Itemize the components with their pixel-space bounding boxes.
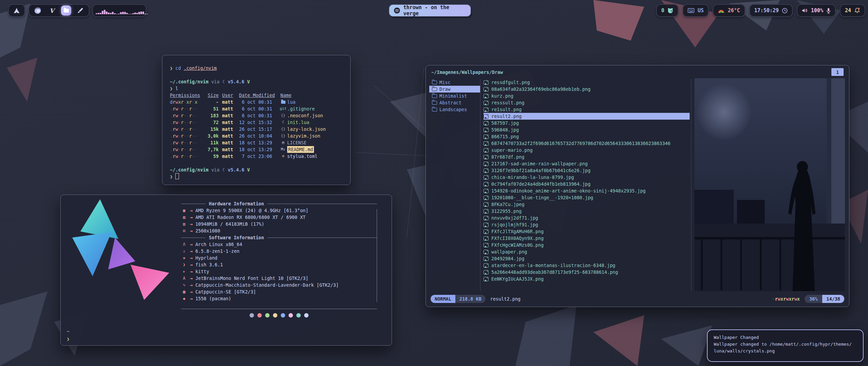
lua-version: v5.4.6	[228, 167, 244, 172]
now-playing-widget[interactable]: thrown - on the verge	[389, 4, 471, 17]
fetch-row: ✎ → Catppuccin-Macchiato-Standard-Lavend…	[181, 282, 377, 288]
file-list-item[interactable]: kurz.png	[484, 93, 690, 99]
cwd-tilde: ~	[67, 328, 70, 335]
file-list-item[interactable]: 08a634fa02a32364f69ebc86a98eb1eb.png	[484, 86, 690, 93]
file-list-item[interactable]: ressdfgult.png	[484, 79, 690, 86]
fetch-row-icon: ⊡	[181, 227, 187, 234]
arrow-icon: →	[190, 221, 193, 227]
file-list-item[interactable]: re1sult.png	[484, 106, 690, 113]
file-list-item[interactable]: FXfcII0X0AQyn9X.png	[484, 235, 690, 242]
command: l	[175, 86, 178, 91]
file-list-item[interactable]: 19201080-__blue-tinge__-1920×1080.jpg	[484, 194, 690, 201]
file-list-item[interactable]: 68747470733a2f2f696d616765732d7769786d70…	[484, 140, 690, 147]
terminal-input-line[interactable]: ❯	[170, 173, 346, 180]
ls-row: drwxr-xr-x - matt 6 oct 00:31 lua	[170, 99, 346, 105]
file-list-item[interactable]: rsjqojlmjhf91.jpg	[484, 221, 690, 228]
visualizer-bar	[130, 14, 132, 14]
audio-widget[interactable]: 100%	[797, 4, 836, 17]
sidebar-folder-item[interactable]: Draw	[429, 86, 480, 93]
file-manager-window[interactable]: ~/Imagenes/Wallpapers/Draw 1 Misc Draw M…	[426, 65, 849, 307]
image-file-icon	[484, 257, 489, 261]
file-list-item[interactable]: atardecer-en-la-montanas-ilustracion-634…	[484, 262, 690, 269]
file-list-item[interactable]: FXfcHgcWIAMzs0G.png	[484, 242, 690, 248]
file-permissions: .rw-r--r--	[170, 126, 201, 133]
visualizer-bar	[124, 12, 126, 14]
firefox-icon	[34, 7, 41, 14]
file-date: 18 oct 13:29	[239, 146, 277, 153]
file-list-item[interactable]: 596848.jpg	[484, 126, 690, 133]
sidebar-folder-item[interactable]: Abstract	[429, 99, 480, 106]
brush-icon	[77, 7, 84, 14]
image-file-icon	[484, 202, 489, 207]
firefox-button[interactable]	[33, 5, 43, 16]
desktop: V thrown - on the verge 0	[0, 0, 868, 366]
tray-widget[interactable]: 0	[656, 4, 678, 17]
file-date: 12 oct 15:32	[239, 119, 277, 126]
paint-button[interactable]	[75, 5, 85, 16]
scroll-percent: 36%	[805, 295, 822, 303]
files-button[interactable]	[61, 5, 71, 16]
fetch-row-icon: ◆	[181, 295, 187, 302]
image-file-icon	[484, 114, 489, 119]
file-list-item[interactable]: EeNKYgIUcAAJ5JX.png	[484, 276, 690, 282]
file-list-item[interactable]: 866715.png	[484, 133, 690, 140]
clock-widget[interactable]: 17:50:29	[749, 4, 793, 17]
file-list-item[interactable]: 587597.jpg	[484, 120, 690, 126]
keyboard-icon	[688, 8, 694, 13]
file-list-item[interactable]: 5a266e448add93deab367d87173e9f25-6837886…	[484, 269, 690, 276]
palette-dot	[304, 313, 309, 318]
fetch-row-icon: ♙	[181, 248, 187, 255]
file-list-item[interactable]: wallpaper.png	[484, 248, 690, 255]
file-name: 08a634fa02a32364f69ebc86a98eb1eb.png	[491, 86, 591, 93]
weather-widget[interactable]: 26°C	[713, 4, 745, 17]
col-user: User	[222, 92, 236, 99]
tray-app-icon	[667, 8, 673, 13]
folder-name: Landscapes	[439, 106, 467, 113]
file-list-item[interactable]: resssult.png	[484, 99, 690, 106]
file-list-item[interactable]: result2.png	[484, 113, 690, 120]
file-list-item[interactable]: 217167-sad-anime-rain-wallpaper.png	[484, 160, 690, 167]
file-list-item[interactable]: super-mario.png	[484, 147, 690, 154]
folder-icon	[432, 87, 437, 91]
fetch-row-icon: ❖	[181, 255, 187, 261]
file-list-item[interactable]: 3126f7e9bbf21a8a4af0b67b041c6e26.jpg	[484, 167, 690, 174]
column-divider	[691, 79, 691, 291]
sidebar-folder-item[interactable]: Minimalist	[429, 93, 480, 99]
notifications-widget[interactable]: 24	[840, 4, 865, 17]
tab-indicator[interactable]: 1	[831, 68, 844, 76]
file-list-item[interactable]: nnvuv0xj2df71.jpg	[484, 215, 690, 221]
sidebar-folder-item[interactable]: Misc	[429, 79, 480, 86]
fetch-window[interactable]: Hardware Information ▣ → AMD Ryzen 9 590…	[60, 195, 392, 346]
prompt-status-line: ~/.config/nvim via ☾ v5.4.6 V	[170, 166, 346, 173]
file-date: 7 oct 23:06	[239, 153, 277, 160]
file-size: -	[204, 99, 219, 105]
file-list-item[interactable]: 3122955.png	[484, 208, 690, 215]
ls-output: drwxr-xr-x - matt 6 oct 00:31 lua .rw-r-…	[170, 99, 346, 160]
file-list-item[interactable]: 154928-odinokoe_anime-art-anime-okno-sin…	[484, 187, 690, 194]
file-name: .neoconf.json	[287, 112, 323, 119]
fetch-prompt[interactable]: ~ ❯	[67, 328, 70, 343]
file-name: 0c794faf07de24a4db4d4fb1eb813964.jpg	[491, 181, 591, 187]
arrow-icon: →	[190, 214, 193, 221]
terminal-window[interactable]: ❯ cd .config/nvim ~/.config/nvim via ☾ v…	[162, 55, 351, 185]
keyboard-layout-widget[interactable]: US	[683, 4, 709, 17]
hardware-section-title: Hardware Information	[181, 200, 377, 207]
file-list-item[interactable]: 0c794faf07de24a4db4d4fb1eb813964.jpg	[484, 181, 690, 187]
fetch-row-value: Hyprland	[195, 255, 217, 261]
notification-popup[interactable]: Wallpaper Changed Wallpaper changed to /…	[707, 329, 864, 362]
vim-button[interactable]: V	[47, 5, 57, 16]
file-name: FXfcJlTXgAMvH6R.png	[491, 228, 544, 235]
file-list-item[interactable]: chica-mirando-la-luna-8799.jpg	[484, 174, 690, 181]
image-file-icon	[484, 223, 489, 227]
sidebar-folder-item[interactable]: Landscapes	[429, 106, 480, 113]
image-file-icon	[484, 175, 489, 180]
via-label: via	[211, 167, 219, 172]
file-list-item[interactable]: FXfcJlTXgAMvH6R.png	[484, 228, 690, 235]
file-list-item[interactable]: 20492984.jpg	[484, 255, 690, 262]
ls-row: .rw-r--r-- 3,0k matt 26 oct 10:04 {}lazy…	[170, 133, 346, 139]
app-launcher-button[interactable]	[8, 4, 25, 17]
file-list-item[interactable]: 87r687df.png	[484, 154, 690, 160]
file-name: lazyvim.json	[287, 133, 320, 139]
palette-dot	[281, 313, 285, 318]
file-list-item[interactable]: 8FKa7Cu.jpeg	[484, 201, 690, 208]
